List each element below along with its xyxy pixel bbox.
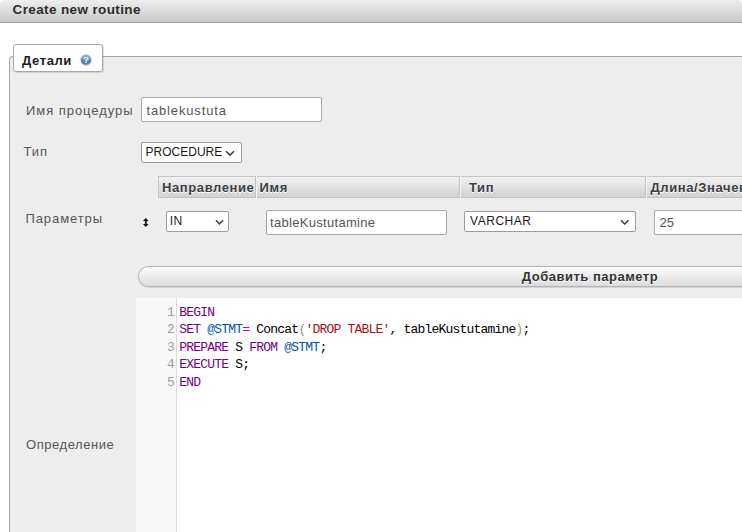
- svg-text:?: ?: [83, 55, 89, 66]
